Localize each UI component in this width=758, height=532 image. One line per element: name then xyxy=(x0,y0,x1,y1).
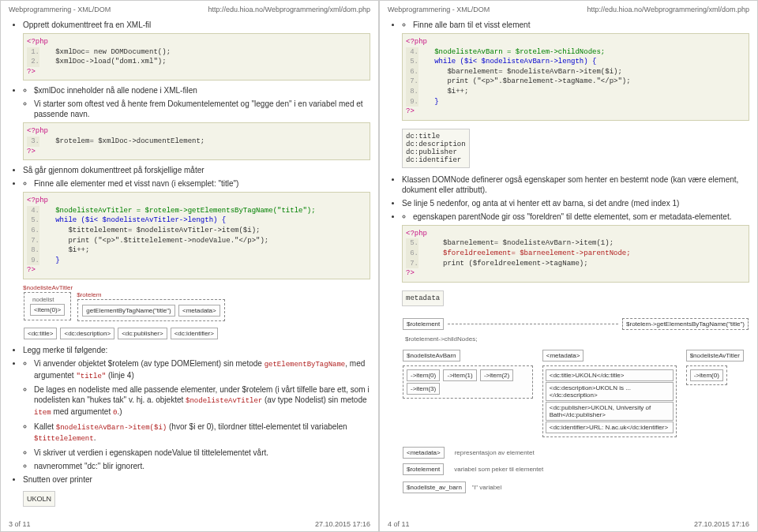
header-url: http://edu.hioa.no/Webprogrammering/xml/… xyxy=(587,6,749,13)
code-block-1: <?php 1. $xmlDoc= new DOMDocument(); 2. … xyxy=(23,33,370,81)
bullet: egenskapen parentNode gir oss "foreldren… xyxy=(413,212,749,222)
page-header: Webprogrammering - XML/DOM http://edu.hi… xyxy=(388,6,749,13)
bullet: $xmlDoc inneholder nå alle nodene i XML-… xyxy=(34,85,370,96)
bullet: Snutten over printer xyxy=(23,474,370,485)
code-block-r1: <?php 4. $nodelisteAvBarn = $rotelem->ch… xyxy=(402,33,749,121)
bullet: Legg merke til følgende: xyxy=(23,345,370,355)
sublist2: Så går gjennom dokumenttreet på forskjel… xyxy=(23,165,370,189)
figure-tree: $rotelement $rotelem->getElementsByTagNa… xyxy=(402,317,749,494)
bullet: De lages en nodeliste med alle passende … xyxy=(34,384,370,418)
bullet: Opprett dokumenttreet fra en XML-fil xyxy=(23,20,370,30)
bullet: Vi starter som oftest ved å hente frem D… xyxy=(34,99,370,119)
page-right: Webprogrammering - XML/DOM http://edu.hi… xyxy=(379,0,758,532)
code-block-r2: <?php 5. $barnelement= $nodelisteAvBarn-… xyxy=(402,225,749,283)
bullet: Så går gjennom dokumenttreet på forskjel… xyxy=(23,165,370,175)
bullet: Finne alle elementer med et visst navn (… xyxy=(34,178,370,189)
output-tags: dc:title dc:description dc:publisher dc:… xyxy=(402,129,470,168)
page-header: Webprogrammering - XML/DOM http://edu.hi… xyxy=(9,6,370,13)
output-box: UKOLN xyxy=(23,491,55,507)
header-title: Webprogrammering - XML/DOM xyxy=(9,6,111,13)
header-url: http://edu.hioa.no/Webprogrammering/xml/… xyxy=(208,6,370,13)
content-list: Opprett dokumenttreet fra en XML-fil xyxy=(23,20,370,30)
code-block-3: <?php 4. $nodelisteAvTitler = $rotelem->… xyxy=(23,192,370,279)
bullet: Se linje 5 nedenfor, og anta at vi hente… xyxy=(402,198,749,208)
content-list: Finne alle barn til et visst element xyxy=(402,20,749,30)
page-footer: 4 of 11 27.10.2015 17:16 xyxy=(388,520,749,528)
list-r2: Klassen DOMNode definerer også egenskape… xyxy=(402,174,749,222)
page-left: Webprogrammering - XML/DOM http://edu.hi… xyxy=(0,0,379,532)
bullet: Klassen DOMNode definerer også egenskape… xyxy=(402,174,749,195)
bullet: navnerommet "dc:" blir ignorert. xyxy=(34,461,370,471)
page-footer: 3 of 11 27.10.2015 17:16 xyxy=(9,520,370,528)
code-block-2: <?php 3. $rotelem= $xmlDoc->documentElem… xyxy=(23,122,370,160)
bullet: Kallet $nodelisteAvBarn->item($i) (hvor … xyxy=(34,421,370,444)
header-title: Webprogrammering - XML/DOM xyxy=(388,6,490,13)
figure-nodelist: $nodelisteAvTitler nodelist <item(0)> $r… xyxy=(23,284,370,340)
bullet: Vi anvender objektet $rotelem (av type D… xyxy=(34,358,370,381)
sublist: $xmlDoc inneholder nå alle nodene i XML-… xyxy=(23,85,370,119)
bullet: Finne alle barn til et visst element xyxy=(413,20,749,30)
output-metadata: metadata xyxy=(402,290,444,306)
legg-list: Legg merke til følgende: Vi anvender obj… xyxy=(23,345,370,485)
bullet: Vi skriver ut verdien i egenskapen nodeV… xyxy=(34,448,370,458)
